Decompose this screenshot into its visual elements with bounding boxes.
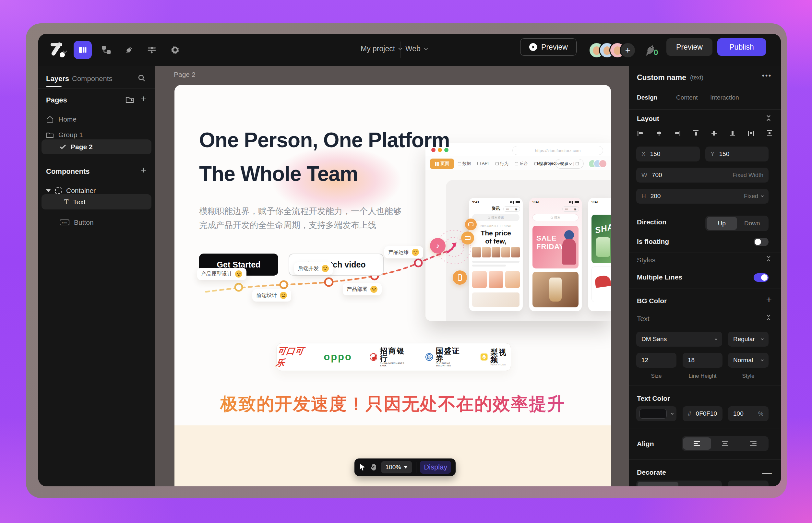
artboard-page2[interactable]: https://zion.functorz.com 页面 数据 API 行为 后… (175, 85, 611, 486)
tree-item-button[interactable]: BTN Button (41, 215, 151, 230)
project-menu[interactable]: My project (361, 44, 402, 53)
font-family-dropdown[interactable]: DM Sans (636, 332, 722, 347)
align-left-icon[interactable] (637, 130, 644, 137)
tab-content[interactable]: Content (676, 94, 698, 101)
add-bg-color-icon[interactable]: + (766, 294, 772, 305)
inspector-panel: Custom name (text) ••• Design Content In… (629, 66, 781, 486)
add-component-icon[interactable]: + (141, 165, 147, 176)
line-height-value: 18 (688, 357, 694, 364)
zoom-level-value: 100% (385, 464, 401, 471)
api-tool-icon[interactable] (121, 41, 138, 58)
top-toolbar: My project Web Preview + 0 Preview Publi… (38, 34, 781, 66)
font-weight-value: Regular (733, 336, 755, 343)
color-swatch (639, 409, 667, 419)
direction-down-option[interactable]: Down (737, 217, 768, 230)
align-center-h-icon[interactable] (655, 130, 663, 137)
hero-heading[interactable]: One Person, One Platform The Whole Team (199, 123, 450, 191)
align-bottom-icon[interactable] (729, 130, 736, 137)
height-input[interactable]: H200 Fixed (636, 189, 769, 204)
y-position-input[interactable]: Y150 (705, 147, 769, 161)
direction-label: Direction (637, 218, 666, 226)
text-color-label: Text Color (637, 395, 670, 402)
text-collapse-icon[interactable] (765, 313, 772, 323)
pages-tool-button[interactable] (74, 41, 92, 59)
home-icon (46, 115, 54, 123)
multiple-lines-toggle[interactable] (754, 273, 769, 282)
hero-heading-line2: The Whole Team (199, 157, 450, 191)
folder-icon (46, 131, 54, 139)
decorate-control-partial[interactable] (728, 481, 769, 486)
width-input[interactable]: W700 Fixed Width (636, 168, 769, 183)
percent-sign: % (758, 411, 763, 417)
settings-gear-icon[interactable] (167, 41, 183, 58)
preview-button-label: Preview (676, 43, 703, 52)
opacity-input[interactable]: 100 % (728, 406, 769, 421)
button-component-icon: BTN (60, 219, 69, 226)
canvas-page-label[interactable]: Page 2 (174, 71, 196, 78)
add-folder-icon[interactable] (125, 95, 134, 105)
add-page-icon[interactable]: + (141, 93, 147, 104)
preview-pill-button[interactable]: Preview (520, 38, 577, 56)
text-color-swatch-dropdown[interactable] (636, 406, 676, 421)
play-circle-icon (529, 43, 537, 51)
is-floating-toggle[interactable] (754, 238, 769, 246)
behavior-tool-icon[interactable] (143, 41, 160, 58)
platform-menu[interactable]: Web (405, 44, 428, 53)
font-style-dropdown[interactable]: Normal (728, 353, 769, 368)
decorate-collapse-icon[interactable]: — (762, 467, 772, 478)
distribute-h-icon[interactable] (747, 130, 755, 137)
sidebar-item-home[interactable]: Home (41, 112, 151, 126)
display-button[interactable]: Display (420, 461, 451, 474)
font-weight-dropdown[interactable]: Regular (728, 332, 769, 347)
text-align-center-option[interactable] (711, 437, 739, 450)
distribute-v-icon[interactable] (766, 130, 773, 137)
align-top-icon[interactable] (692, 130, 700, 137)
preview-button[interactable]: Preview (666, 38, 712, 56)
styles-collapse-icon[interactable] (765, 255, 772, 264)
x-position-input[interactable]: X150 (636, 147, 700, 161)
tree-item-text-selected[interactable]: T Text (41, 194, 151, 210)
hand-tool-icon[interactable] (370, 463, 377, 471)
cursor-tool-icon[interactable] (359, 463, 366, 471)
layout-collapse-icon[interactable] (765, 114, 772, 123)
guosheng-icon (426, 353, 433, 362)
hero-paragraph[interactable]: 模糊职能边界，赋予你全流程开发能力，一个人也能够 完成产品开发的全生命周期，支持… (199, 204, 401, 232)
page-item-label: Home (58, 115, 76, 123)
tab-design[interactable]: Design (637, 94, 657, 101)
container-icon (55, 187, 61, 194)
tab-components[interactable]: Components (72, 75, 112, 83)
tab-interaction[interactable]: Interaction (710, 94, 739, 101)
more-options-icon[interactable]: ••• (762, 72, 772, 79)
hex-color-input[interactable]: # 0F0F10 (683, 406, 722, 421)
align-right-icon[interactable] (674, 130, 681, 137)
data-model-tool-icon[interactable] (98, 41, 115, 58)
speed-banner: 极致的开发速度！只因无处不在的效率提升 (175, 392, 611, 416)
direction-segmented-control: Up Down (705, 216, 769, 231)
font-size-input[interactable]: 12 (636, 353, 676, 368)
add-collaborator-button[interactable]: + (620, 42, 636, 58)
width-mode[interactable]: Fixed Width (733, 172, 763, 179)
decorate-control-partial[interactable] (636, 481, 722, 486)
pearvideo-icon (480, 353, 488, 362)
alignment-toolbar (637, 130, 773, 137)
display-button-label: Display (424, 463, 447, 471)
platform-menu-label: Web (405, 44, 420, 53)
publish-button[interactable]: Publish (717, 38, 766, 56)
tab-layers[interactable]: Layers (46, 75, 69, 83)
layout-section-title: Layout (637, 115, 659, 123)
logo-cocacola: 可口可乐 (275, 345, 308, 369)
align-center-v-icon[interactable] (710, 130, 718, 137)
text-align-right-option[interactable] (739, 437, 767, 450)
publish-button-label: Publish (729, 43, 754, 52)
expand-caret-icon[interactable] (46, 190, 51, 192)
height-mode-dropdown[interactable]: Fixed (744, 193, 763, 200)
sidebar-item-page2-selected[interactable]: Page 2 (41, 140, 151, 154)
design-canvas[interactable]: Page 2 https://zion.functorz.com 页面 (155, 66, 629, 486)
direction-up-option[interactable]: Up (707, 217, 737, 230)
kissing-face-icon (412, 248, 419, 256)
logo-chevron-down-icon[interactable] (64, 48, 67, 54)
line-height-input[interactable]: 18 (683, 353, 722, 368)
zoom-level-dropdown[interactable]: 100% (381, 461, 412, 473)
search-icon[interactable] (138, 74, 146, 84)
text-align-left-option[interactable] (683, 437, 711, 450)
